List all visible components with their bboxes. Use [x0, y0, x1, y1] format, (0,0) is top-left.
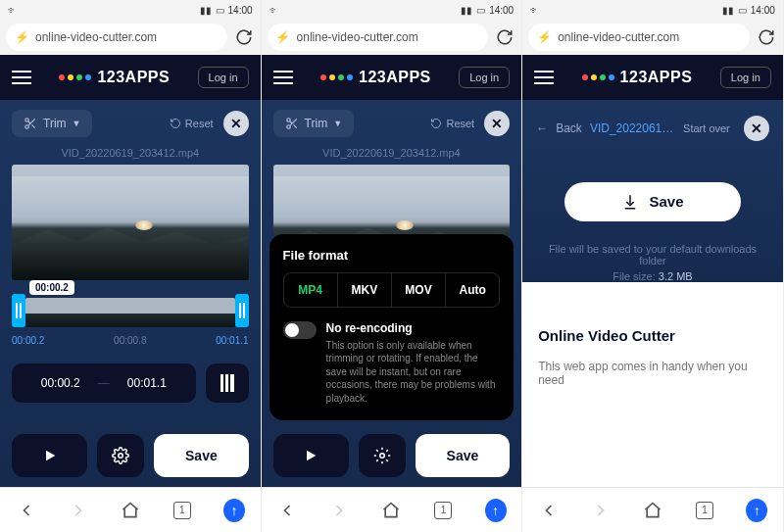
back-arrow-icon[interactable]: ←	[536, 121, 548, 135]
battery-icon: ▭	[738, 5, 747, 16]
menu-button[interactable]	[12, 71, 31, 84]
trim-label: Trim	[43, 117, 67, 130]
time-tooltip: 00:00.2	[29, 280, 74, 295]
url-box[interactable]: ⚡online-video-cutter.com	[528, 24, 750, 51]
editor-toolbar: Trim▼ Reset ✕	[273, 110, 511, 137]
logo: 123APPS	[320, 69, 431, 86]
status-bar: ᯤ ▮▮▭14:00	[262, 0, 522, 20]
filename-label: VID_20220619_203412.mp4	[12, 147, 249, 159]
logo: 123APPS	[59, 69, 170, 86]
login-button[interactable]: Log in	[459, 67, 510, 88]
no-reencoding-row: No re-encoding This option is only avail…	[283, 321, 501, 406]
nav-back[interactable]	[538, 500, 560, 521]
menu-button[interactable]	[534, 71, 554, 84]
settings-button[interactable]	[97, 434, 144, 477]
download-icon	[621, 193, 639, 211]
no-reencoding-title: No re-encoding	[326, 321, 501, 335]
reset-label: Reset	[446, 118, 474, 129]
filesize-label: File size:	[612, 270, 655, 282]
url-text: online-video-cutter.com	[35, 30, 157, 44]
save-button[interactable]: Save	[416, 434, 510, 477]
back-label[interactable]: Back	[556, 121, 582, 135]
tick-1: 00:00.8	[114, 335, 146, 346]
format-mp4[interactable]: MP4	[284, 273, 338, 307]
svg-line-9	[293, 124, 296, 127]
format-mkv[interactable]: MKV	[338, 273, 392, 307]
reload-button[interactable]	[756, 26, 777, 48]
bottom-action-bar: Save	[273, 420, 511, 477]
status-time: 14:00	[751, 5, 775, 16]
logo: 123APPS	[582, 69, 693, 86]
filename-link[interactable]: VID_20220619_203412.mp4	[590, 121, 675, 135]
editor-content: Trim▼ Reset ✕ VID_20220619_203412.mp4 Fi…	[262, 100, 522, 487]
trim-start-handle[interactable]	[12, 294, 25, 327]
filesize-value: 3.2 MB	[659, 270, 693, 282]
format-mov[interactable]: MOV	[392, 273, 446, 307]
reload-button[interactable]	[494, 26, 515, 48]
menu-button[interactable]	[273, 71, 293, 84]
login-button[interactable]: Log in	[720, 67, 771, 88]
save-screen-content: ← Back VID_20220619_203412.mp4 Start ove…	[522, 100, 783, 282]
url-text: online-video-cutter.com	[297, 30, 418, 44]
signal-icon: ▮▮	[461, 5, 472, 16]
status-time: 14:00	[228, 5, 253, 16]
close-button[interactable]: ✕	[484, 111, 510, 136]
time-range-box[interactable]: 00:00.2 — 00:01.1	[12, 363, 196, 403]
trim-end-handle[interactable]	[235, 294, 249, 327]
trim-dropdown[interactable]: Trim ▼	[12, 110, 92, 137]
nav-home[interactable]	[642, 500, 663, 521]
save-note-line1: File will be saved to your default downl…	[536, 243, 769, 266]
settings-button[interactable]	[359, 434, 406, 477]
frames-strip[interactable]	[25, 298, 235, 327]
info-section: Online Video Cutter This web app comes i…	[522, 282, 783, 488]
url-box[interactable]: ⚡ online-video-cutter.com	[6, 24, 227, 51]
no-reencoding-toggle[interactable]	[283, 321, 317, 339]
play-button[interactable]	[12, 434, 87, 477]
login-button[interactable]: Log in	[198, 67, 249, 88]
nav-tabs[interactable]: 1	[172, 500, 193, 521]
browser-nav: 1 ↑	[0, 487, 261, 532]
wifi-icon: ᯤ	[8, 5, 18, 16]
svg-point-1	[25, 125, 29, 129]
play-icon	[303, 448, 318, 463]
nav-tabs[interactable]: 1	[432, 500, 454, 521]
nav-up[interactable]: ↑	[485, 500, 507, 521]
video-preview[interactable]	[12, 165, 249, 280]
nav-back[interactable]	[276, 500, 298, 521]
play-button[interactable]	[273, 434, 349, 477]
nav-up[interactable]: ↑	[223, 500, 245, 521]
close-button[interactable]: ✕	[744, 116, 769, 141]
nav-home[interactable]	[120, 500, 141, 521]
svg-point-7	[286, 125, 290, 129]
save-download-button[interactable]: Save	[564, 182, 741, 221]
timeline[interactable]: 00:00.2 00:00.2 00:00.8 00:01.1	[12, 298, 249, 346]
close-button[interactable]: ✕	[223, 111, 249, 136]
reset-label: Reset	[185, 118, 214, 129]
split-button[interactable]	[206, 363, 249, 403]
svg-point-6	[286, 119, 290, 122]
trim-dropdown[interactable]: Trim▼	[273, 110, 354, 137]
format-options: MP4 MKV MOV Auto	[283, 272, 501, 308]
amp-icon: ⚡	[275, 29, 291, 45]
nav-home[interactable]	[380, 500, 402, 521]
reset-button[interactable]: Reset	[170, 118, 214, 129]
address-bar: ⚡online-video-cutter.com	[522, 20, 783, 55]
save-button[interactable]: Save	[154, 434, 248, 477]
filename-label: VID_20220619_203412.mp4	[273, 147, 511, 159]
status-bar: ᯤ ▮▮ ▭ 14:00	[0, 0, 261, 20]
up-icon: ↑	[223, 499, 245, 522]
signal-icon: ▮▮	[200, 5, 212, 16]
wifi-icon: ᯤ	[530, 5, 540, 16]
reset-button[interactable]: Reset	[430, 118, 474, 129]
start-over-button[interactable]: Start over	[683, 122, 730, 134]
nav-up[interactable]: ↑	[746, 500, 767, 521]
gear-icon	[112, 447, 129, 464]
url-box[interactable]: ⚡online-video-cutter.com	[268, 24, 489, 51]
screen-1: ᯤ ▮▮ ▭ 14:00 ⚡ online-video-cutter.com 1…	[0, 0, 262, 532]
file-format-panel: File format MP4 MKV MOV Auto No re-encod…	[270, 234, 514, 421]
format-auto[interactable]: Auto	[446, 273, 499, 307]
nav-tabs[interactable]: 1	[694, 500, 715, 521]
nav-back[interactable]	[16, 500, 37, 521]
reload-button[interactable]	[233, 26, 255, 48]
svg-line-3	[31, 124, 34, 127]
